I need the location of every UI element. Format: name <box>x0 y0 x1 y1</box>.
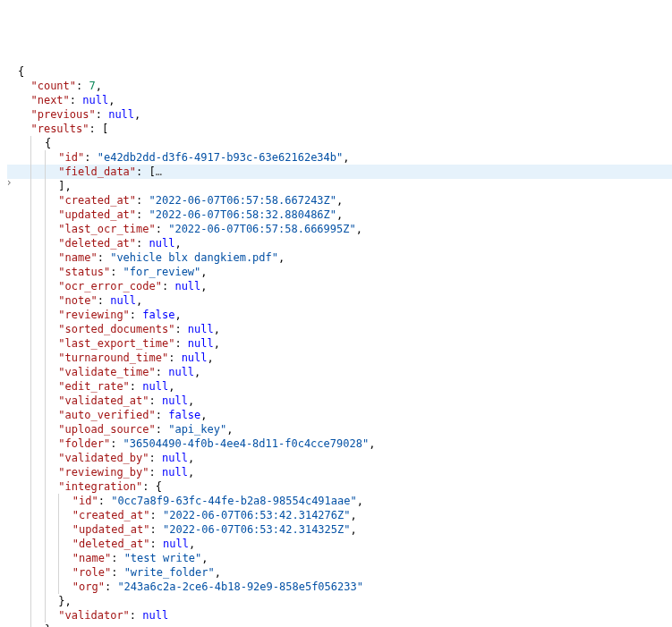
json-string: "for_review" <box>123 266 201 278</box>
json-key: "id" <box>58 151 84 164</box>
json-literal: false <box>168 409 200 421</box>
json-key: "count" <box>30 80 76 92</box>
json-string: "2022-06-07T06:57:58.667243Z" <box>149 194 337 207</box>
json-literal: null <box>182 352 208 364</box>
json-key: "name" <box>58 251 97 264</box>
code-line: ], <box>7 179 672 193</box>
code-line: "updated_at": "2022-06-07T06:53:42.31432… <box>7 522 672 537</box>
json-key: "sorted_documents" <box>58 323 174 335</box>
json-key: "id" <box>72 495 98 507</box>
json-string: "vehicle blx dangkiem.pdf" <box>110 251 278 264</box>
code-line: "validated_by": null, <box>7 451 672 465</box>
json-key: "auto_verified" <box>58 409 155 421</box>
code-line: "ocr_error_code": null, <box>7 279 672 293</box>
json-key: "updated_at" <box>72 523 150 536</box>
json-key: "results" <box>30 123 89 135</box>
code-line: "id": "e42db2dd-d3f6-4917-b93c-63e62162e… <box>7 150 672 165</box>
json-key: "next" <box>30 94 69 106</box>
json-literal: null <box>188 337 214 350</box>
json-literal: null <box>162 394 188 407</box>
json-key: "validated_at" <box>58 394 149 407</box>
json-literal: null <box>168 366 194 378</box>
code-line: "last_export_time": null, <box>7 336 672 351</box>
json-literal: null <box>188 323 214 335</box>
code-line: "folder": "36504490-4f0b-4ee4-8d11-f0c4c… <box>7 436 672 451</box>
code-line: "turnaround_time": null, <box>7 351 672 365</box>
json-literal: null <box>149 237 175 250</box>
json-viewer: { "count": 7, "next": null, "previous": … <box>7 64 672 627</box>
json-key: "deleted_at" <box>72 538 150 550</box>
json-literal: null <box>174 280 200 292</box>
code-line: "created_at": "2022-06-07T06:57:58.66724… <box>7 193 672 208</box>
json-key: "created_at" <box>58 194 136 207</box>
code-line: "validated_at": null, <box>7 394 672 408</box>
json-string: "243a6c2a-2ce6-4b18-92e9-858e5f056233" <box>117 580 363 593</box>
json-key: "folder" <box>58 437 110 450</box>
json-literal: null <box>162 466 188 479</box>
code-line: "count": 7, <box>7 79 672 93</box>
json-key: "last_export_time" <box>58 337 174 350</box>
json-key: "ocr_error_code" <box>58 280 162 292</box>
json-key: "created_at" <box>72 509 150 521</box>
ellipsis[interactable]: … <box>156 165 162 178</box>
json-key: "validator" <box>58 609 129 622</box>
json-string: "2022-06-07T06:57:58.666995Z" <box>168 223 356 235</box>
json-string: "e42db2dd-d3f6-4917-b93c-63e62162e34b" <box>98 151 344 164</box>
code-line: "edit_rate": null, <box>7 379 672 394</box>
code-line: "role": "write_folder", <box>7 565 672 580</box>
code-line: "next": null, <box>7 93 672 107</box>
json-literal: null <box>110 294 136 307</box>
json-key: "field_data" <box>58 165 136 178</box>
json-string: "2022-06-07T06:53:42.314276Z" <box>163 509 351 521</box>
json-literal: null <box>142 380 168 393</box>
code-line: "reviewing": false, <box>7 308 672 322</box>
json-string: "api_key" <box>168 423 226 436</box>
code-line: "updated_at": "2022-06-07T06:58:32.88048… <box>7 208 672 222</box>
code-line: "results": [ <box>7 122 672 136</box>
code-line: "org": "243a6c2a-2ce6-4b18-92e9-858e5f05… <box>7 580 672 594</box>
json-key: "org" <box>72 580 105 593</box>
json-key: "updated_at" <box>58 208 136 221</box>
json-key: "validated_by" <box>58 452 149 464</box>
json-key: "last_ocr_time" <box>58 223 155 235</box>
json-key: "note" <box>58 294 97 307</box>
code-line: "reviewing_by": null, <box>7 465 672 479</box>
json-literal: null <box>163 538 189 550</box>
code-line: "created_at": "2022-06-07T06:53:42.31427… <box>7 508 672 522</box>
json-string: "test write" <box>124 552 202 564</box>
json-literal: null <box>108 108 134 121</box>
json-key: "reviewing_by" <box>58 466 149 479</box>
code-line: › "field_data": [… <box>7 165 672 179</box>
json-key: "name" <box>72 552 111 564</box>
json-key: "reviewing" <box>58 309 129 321</box>
json-key: "upload_source" <box>58 423 155 436</box>
json-string: "0cc7a8f9-63fc-44fe-b2a8-98554c491aae" <box>111 495 357 507</box>
code-line: "validator": null <box>7 608 672 623</box>
json-literal: null <box>162 452 188 464</box>
json-number: 7 <box>89 80 95 92</box>
json-literal: null <box>142 609 168 622</box>
json-key: "turnaround_time" <box>58 352 168 364</box>
code-line: "status": "for_review", <box>7 265 672 279</box>
json-key: "status" <box>58 266 110 278</box>
code-line: "last_ocr_time": "2022-06-07T06:57:58.66… <box>7 222 672 236</box>
json-key: "edit_rate" <box>58 380 129 393</box>
code-line: "name": "test write", <box>7 551 672 565</box>
code-line: "upload_source": "api_key", <box>7 422 672 436</box>
code-line: "id": "0cc7a8f9-63fc-44fe-b2a8-98554c491… <box>7 494 672 508</box>
code-line: "auto_verified": false, <box>7 408 672 422</box>
json-string: "write_folder" <box>124 566 215 579</box>
json-string: "36504490-4f0b-4ee4-8d11-f0c4cce79028" <box>123 437 370 450</box>
code-line: }, <box>7 623 672 627</box>
code-line: "sorted_documents": null, <box>7 322 672 336</box>
code-line: "previous": null, <box>7 107 672 122</box>
code-line: "deleted_at": null, <box>7 236 672 250</box>
json-key: "validate_time" <box>58 366 155 378</box>
json-key: "deleted_at" <box>58 237 136 250</box>
code-line: { <box>7 136 672 150</box>
json-string: "2022-06-07T06:53:42.314325Z" <box>163 523 351 536</box>
code-line: "name": "vehicle blx dangkiem.pdf", <box>7 250 672 265</box>
code-line: "note": null, <box>7 293 672 308</box>
code-line: { <box>7 64 672 79</box>
json-key: "role" <box>72 566 111 579</box>
